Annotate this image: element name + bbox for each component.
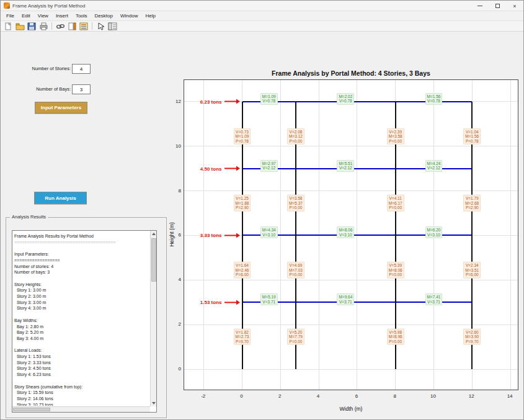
scroll-up-button[interactable] bbox=[151, 231, 157, 237]
results-line: ================== bbox=[14, 257, 149, 264]
x-tick-label: 0 bbox=[233, 393, 251, 399]
beam-annotation: M=6.20V=3.10 bbox=[425, 226, 443, 238]
column-annotation: V=0.73M=1.09P=0.78 bbox=[234, 128, 251, 145]
scroll-down-button[interactable] bbox=[151, 400, 157, 406]
arrow-head bbox=[236, 233, 240, 238]
menu-item-desktop[interactable]: Desktop bbox=[91, 12, 117, 20]
vertical-scrollbar[interactable] bbox=[150, 231, 156, 406]
results-text: Frame Analysis Results by Portal Method=… bbox=[14, 233, 149, 406]
arrow-head bbox=[236, 99, 240, 104]
load-arrow-icon bbox=[224, 233, 240, 238]
results-line: Bay 3: 4.00 m bbox=[14, 336, 149, 342]
x-tick-label: -2 bbox=[194, 393, 213, 399]
beam-annotation: M=5.51V=2.12 bbox=[337, 160, 354, 172]
column-annotation: V=2.60M=3.90P=9.70 bbox=[463, 329, 481, 346]
close-button[interactable]: × bbox=[506, 1, 523, 11]
y-tick-label: 4 bbox=[167, 277, 181, 282]
load-arrow: 1.53 tons bbox=[200, 300, 240, 305]
column-annotation: V=5.39M=8.08P=0.00 bbox=[387, 262, 404, 279]
arrow-head bbox=[236, 166, 240, 171]
results-line: Bay 1: 2.80 m bbox=[14, 324, 149, 330]
stories-input[interactable] bbox=[72, 64, 91, 74]
stories-label: Number of Stories: bbox=[24, 66, 71, 71]
column-annotation: V=4.11M=6.17P=0.00 bbox=[387, 195, 404, 212]
x-tick-label: 14 bbox=[500, 393, 519, 399]
bays-input[interactable] bbox=[72, 84, 91, 94]
results-line: Story 2: 3.00 m bbox=[14, 293, 149, 300]
beam-annotation: M=4.34V=3.10 bbox=[260, 226, 278, 238]
results-line: Bay 2: 5.20 m bbox=[14, 329, 149, 336]
arrow-shaft bbox=[224, 168, 236, 169]
results-line bbox=[14, 311, 149, 318]
horizontal-scrollbar[interactable] bbox=[12, 406, 150, 412]
grid-line-horizontal bbox=[184, 369, 518, 370]
scroll-up-icon bbox=[152, 233, 156, 235]
menu-item-tools[interactable]: Tools bbox=[72, 12, 91, 20]
results-line: Number of bays: 3 bbox=[14, 269, 149, 275]
results-line: Story Heights: bbox=[14, 282, 149, 288]
grid-line-horizontal bbox=[184, 324, 518, 325]
insert-legend-icon[interactable] bbox=[79, 22, 89, 30]
results-line: Story 2: 14.06 tons bbox=[14, 396, 149, 402]
menu-item-help[interactable]: Help bbox=[141, 12, 159, 20]
print-icon[interactable] bbox=[38, 22, 48, 30]
x-tick-label: 6 bbox=[347, 393, 366, 399]
colorbar-icon[interactable] bbox=[67, 22, 77, 30]
results-line: Story Shears (cumulative from top): bbox=[14, 384, 149, 390]
open-file-icon[interactable] bbox=[15, 22, 25, 30]
column-annotation: V=1.25M=1.88P=2.90 bbox=[234, 195, 251, 212]
scrollbar-thumb[interactable] bbox=[151, 238, 156, 282]
beam-annotation: M=1.56V=0.78 bbox=[425, 93, 443, 105]
load-label: 3.33 tons bbox=[200, 233, 222, 238]
beam-annotation: M=7.41V=3.71 bbox=[425, 293, 443, 305]
column-annotation: V=1.64M=2.46P=6.00 bbox=[234, 262, 251, 279]
arrow-shaft bbox=[224, 235, 236, 236]
edit-plot-icon[interactable] bbox=[95, 22, 105, 30]
results-listbox[interactable]: Frame Analysis Results by Portal Method=… bbox=[12, 230, 157, 413]
column-annotation: V=1.82M=2.73P=9.70 bbox=[234, 329, 251, 346]
x-tick-label: 10 bbox=[424, 393, 443, 399]
load-arrow: 6.23 tons bbox=[200, 99, 240, 104]
load-arrow: 4.50 tons bbox=[200, 166, 240, 171]
results-line bbox=[14, 342, 149, 348]
link-plot-icon[interactable] bbox=[55, 22, 65, 30]
save-icon[interactable] bbox=[27, 22, 37, 30]
input-parameters-button[interactable]: Input Parameters bbox=[35, 102, 87, 114]
beam-annotation: M=1.09V=0.78 bbox=[260, 93, 278, 105]
window-title: Frame Analysis by Portal Method bbox=[12, 3, 85, 9]
load-arrow: 3.33 tons bbox=[200, 233, 240, 238]
results-line: Story 1: 1.53 tons bbox=[14, 354, 149, 360]
new-file-icon[interactable] bbox=[3, 22, 13, 30]
y-tick-label: 10 bbox=[167, 143, 181, 149]
hscrollbar-thumb[interactable] bbox=[13, 408, 50, 411]
property-inspector-icon[interactable] bbox=[107, 22, 117, 30]
results-line: Story 4: 6.23 tons bbox=[14, 372, 149, 378]
plot-axes: M=1.09V=0.78M=2.02V=0.78M=1.56V=0.78M=2.… bbox=[184, 79, 518, 390]
grid-line-horizontal bbox=[184, 190, 518, 191]
menu-item-edit[interactable]: Edit bbox=[18, 12, 34, 20]
column-annotation: V=2.34M=3.51P=6.00 bbox=[463, 262, 481, 279]
menu-item-view[interactable]: View bbox=[34, 12, 52, 20]
menu-bar: FileEditViewInsertToolsDesktopWindowHelp bbox=[1, 11, 523, 21]
x-tick-label: 4 bbox=[309, 393, 327, 399]
x-tick-label: 8 bbox=[386, 393, 404, 399]
menu-item-insert[interactable]: Insert bbox=[52, 12, 72, 20]
results-line bbox=[14, 275, 149, 282]
results-line: Number of stories: 4 bbox=[14, 264, 149, 270]
menu-item-file[interactable]: File bbox=[2, 12, 18, 20]
y-tick-label: 2 bbox=[167, 321, 181, 327]
results-line: Story 3: 10.73 tons bbox=[14, 402, 149, 406]
maximize-button[interactable] bbox=[489, 1, 506, 11]
beam-annotation: M=2.97V=2.12 bbox=[260, 160, 278, 172]
run-analysis-button[interactable]: Run Analysis bbox=[34, 192, 87, 204]
load-label: 4.50 tons bbox=[200, 166, 222, 171]
load-arrow-icon bbox=[224, 300, 240, 305]
results-line: Frame Analysis Results by Portal Method bbox=[14, 233, 149, 239]
minimize-button[interactable] bbox=[471, 1, 489, 11]
plot-title: Frame Analysis by Portal Method: 4 Stori… bbox=[184, 69, 518, 77]
menu-item-window[interactable]: Window bbox=[117, 12, 141, 20]
column-annotation: V=5.20M=7.79P=0.00 bbox=[287, 329, 304, 346]
bays-label: Number of Bays: bbox=[24, 86, 71, 92]
beam-annotation: M=8.06V=3.10 bbox=[337, 226, 354, 238]
column-annotation: V=4.69M=7.03P=0.00 bbox=[287, 262, 304, 279]
